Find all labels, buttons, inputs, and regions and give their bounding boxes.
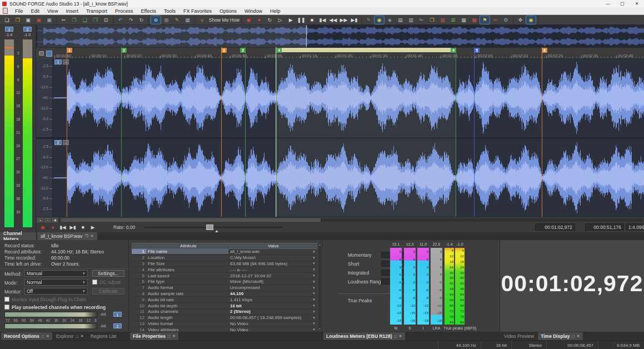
pencil-edit-icon[interactable]: ✎	[364, 16, 373, 24]
chevron-down-icon[interactable]: ▼	[311, 286, 317, 290]
chevron-down-icon[interactable]: ▼	[311, 328, 317, 331]
table-row[interactable]: 1File nameall_i_know.wav▼	[132, 249, 317, 255]
save-all-icon[interactable]: ▣	[44, 16, 54, 24]
chevron-down-icon[interactable]: ▼	[311, 256, 317, 260]
menu-view[interactable]: View	[43, 7, 62, 15]
play-button[interactable]: ▶	[88, 223, 97, 231]
rewind-icon[interactable]: ◀◀	[328, 16, 338, 24]
float-icon[interactable]: □	[395, 335, 397, 338]
calibrate-button[interactable]: Calibrate	[92, 288, 124, 295]
scrollbar-thumb[interactable]	[61, 218, 321, 222]
close-button[interactable]: ✕	[630, 0, 644, 7]
column-header-value[interactable]: Value	[230, 243, 317, 248]
float-icon[interactable]: □	[76, 335, 78, 338]
table-view-icon[interactable]: ▦	[459, 16, 468, 24]
stop-button[interactable]: ■	[78, 223, 87, 231]
play-plugin-icon[interactable]: ▷	[276, 16, 285, 24]
chevron-down-icon[interactable]: ▼	[311, 298, 317, 301]
tab-regions-list[interactable]: Regions List	[88, 332, 119, 340]
new-file-icon[interactable]: ❏	[2, 16, 12, 24]
scroll-left-button[interactable]: ◀	[52, 218, 58, 222]
chevron-down-icon[interactable]: ▼	[311, 280, 317, 283]
float-icon[interactable]: □	[168, 335, 170, 338]
time-display-tab[interactable]: Time Display □ ✕	[538, 332, 582, 340]
cut-icon[interactable]: ✂	[59, 16, 68, 24]
redo-icon[interactable]: ↷	[126, 16, 136, 24]
method-dropdown[interactable]: Manual▼	[24, 270, 88, 277]
float-icon[interactable]: □	[572, 335, 574, 338]
lock-icon[interactable]	[39, 51, 44, 56]
smart-tool-icon[interactable]: ◉	[375, 16, 384, 24]
edit-cursor-icon[interactable]	[46, 51, 52, 57]
touch-toggle-icon[interactable]: ✥	[516, 16, 525, 24]
scroll-up-icon[interactable]: ▲	[318, 243, 321, 246]
table-row[interactable]: 9Audio bit rate1.411 Kbps▼	[132, 297, 317, 303]
close-icon[interactable]: ✕	[399, 334, 402, 338]
loudness-meters-tab[interactable]: Loudness Meters (EBU R128) □ ✕	[323, 332, 405, 340]
menu-edit[interactable]: Edit	[27, 7, 44, 15]
table-row[interactable]: 12Audio length00:06:08,457 ( 16.248.959 …	[132, 315, 317, 321]
loop-playback-icon[interactable]: ↻	[265, 16, 274, 24]
channel-number-button[interactable]: 1	[54, 59, 62, 64]
channel-minimize-button[interactable]: –	[63, 59, 69, 64]
table-row[interactable]: 3File Size63,48 MB (64.996.166 bytes)▼	[132, 261, 317, 267]
table-row[interactable]: 13Video formatNo Video▼	[132, 321, 317, 327]
minimize-button[interactable]: —	[601, 0, 615, 7]
trim-crop-icon[interactable]: ⊡	[101, 16, 111, 24]
restore-icon[interactable]: ❐	[84, 234, 88, 238]
chevron-down-icon[interactable]: ▼	[311, 268, 317, 271]
table-row[interactable]: 5Last saved2018-12-27 10:04:22▼	[132, 273, 317, 279]
table-row[interactable]: 2LocationC:\My Music\▼	[132, 255, 317, 261]
mix-replace-tool-icon[interactable]: ▦	[183, 16, 192, 24]
menu-options[interactable]: Options	[216, 7, 241, 15]
chart-tool-icon[interactable]: ▨	[438, 16, 447, 24]
monitor-plugin-checkbox[interactable]	[4, 297, 9, 302]
rate-slider-thumb[interactable]	[206, 225, 213, 230]
forward-icon[interactable]: ▶▶	[339, 16, 348, 24]
channel-minimize-button[interactable]: –	[63, 140, 69, 145]
selection-band[interactable]	[276, 48, 456, 52]
menu-file[interactable]: File	[11, 7, 27, 15]
chevron-down-icon[interactable]: ▼	[311, 304, 317, 307]
marker-flag-6[interactable]: 6	[542, 48, 547, 53]
table-row[interactable]: 4File attributes- -- a- ---▼	[132, 267, 317, 273]
marker-flag-5[interactable]: 5	[474, 48, 480, 53]
pin-tool-icon[interactable]: ✏	[491, 16, 500, 24]
checklist-tool-icon[interactable]: ▤	[396, 16, 405, 24]
show-me-how-icon[interactable]: ☼	[197, 16, 207, 24]
close-icon[interactable]: ✕	[172, 334, 176, 338]
mode-dropdown[interactable]: Normal▼	[24, 279, 88, 286]
table-row[interactable]: 6File typeWave (Microsoft)▼	[132, 279, 317, 285]
monitor-dropdown[interactable]: Off▼	[24, 288, 88, 295]
chevron-down-icon[interactable]: ▼	[311, 292, 317, 295]
chevron-down-icon[interactable]: ▼	[311, 274, 317, 277]
channel-meters-tab[interactable]: Channel Meters	[0, 232, 36, 240]
zoom-in-button[interactable]: +	[37, 218, 43, 222]
marker-flag-3[interactable]: 3	[221, 48, 227, 53]
record-button[interactable]: ●	[48, 223, 57, 231]
paste-to-new-icon[interactable]: ❒	[91, 16, 100, 24]
record-channel-2-button[interactable]: 2	[113, 323, 122, 328]
chevron-down-icon[interactable]: ▼	[311, 316, 317, 320]
menu-process[interactable]: Process	[111, 7, 137, 15]
marker-flag-4[interactable]: 4	[451, 48, 456, 53]
record-channel-1-button[interactable]: 1	[113, 312, 122, 317]
table-row[interactable]: 11Audio channels2 (Stereo)▼	[132, 309, 317, 315]
channel-1-button[interactable]: 1	[5, 27, 13, 32]
menu-window[interactable]: Window	[241, 7, 266, 15]
marker-flag-2[interactable]: 2	[240, 48, 246, 53]
close-icon[interactable]: ✕	[46, 334, 49, 338]
record-icon[interactable]: ●	[254, 16, 264, 24]
grid-tool-icon[interactable]: ▩	[470, 16, 479, 24]
zoom-edit-tool-icon[interactable]: ◎	[162, 16, 171, 24]
go-to-end-button[interactable]: ▶▮	[68, 223, 77, 231]
event-tool-icon[interactable]: ⊕	[151, 16, 161, 24]
file-properties-tab[interactable]: File Properties □ ✕	[130, 332, 178, 340]
show-me-how-label[interactable]: Show Me How	[209, 17, 239, 23]
dc-adjust-checkbox[interactable]	[92, 280, 97, 285]
table-add-icon[interactable]: ⊞	[448, 16, 458, 24]
go-to-start-icon[interactable]: ▮◀	[318, 16, 327, 24]
folder-regions-icon[interactable]: ❒	[427, 16, 437, 24]
tab-explorer[interactable]: Explorer□✕	[53, 332, 87, 340]
table-scrollbar[interactable]: ▲▼	[318, 243, 322, 331]
